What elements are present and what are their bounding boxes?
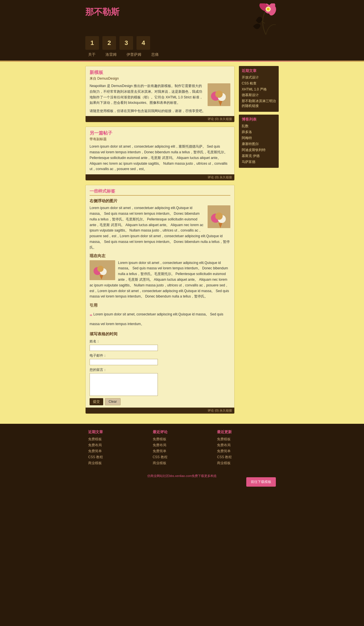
article-1-footer: 评论 (0) 永久链接 [86,116,234,122]
sidebar-blog-link-2[interactable]: 薛多洛 [242,130,276,135]
footer-col-2: 最近评论 免费模板 免费布局 免费简单 CSS 教程 商业模板 [150,429,214,467]
article-1: 新模板 来自 DemusDesign Neapolitan 是 DemusDes… [85,66,235,122]
nav-num-4[interactable]: 4 [136,36,150,50]
footer-col1-title: 近期文章 [88,429,147,435]
sidebar-blog-link-1[interactable]: 乱数 [242,124,276,129]
sidebar: 近期文章 开放式设计 CSS 检查 XHTML 1.0 严格 德慕斯设计 那不勒… [239,66,279,418]
float-right-image [208,205,230,228]
sidebar-link-open-design[interactable]: 开放式设计 [242,75,276,80]
quote-mark: “ [90,313,92,319]
svg-point-5 [267,8,270,11]
quote-section: 引用 “ Lorem ipsum dolor sit amet, consect… [90,303,230,329]
footer-col3-link-4[interactable]: CSS 教程 [217,455,276,460]
article-1-title: 新模板 [90,70,230,76]
form-section-title: 填写表格的时间 [90,332,230,337]
form-name-group: 姓名： [90,339,230,351]
sidebar-blogroll-title: 博客列表 [242,117,276,122]
form-comment-label: 您的留言： [90,367,230,372]
site-title: 那不勒斯 [85,3,119,21]
style-demo: 一些样式标签 右侧浮动的图片 [85,185,235,414]
article-2-footer: 评论 (0) 永久链接 [86,174,234,180]
nav-num-2[interactable]: 2 [102,36,116,50]
footer: 近期文章 免费模板 免费布局 免费简单 CSS 教程 商业模板 最近评论 免费模… [0,424,364,494]
quote-title: 引用 [90,303,230,308]
nav-num-3[interactable]: 3 [119,36,133,50]
form-clear-button[interactable]: Clear [105,398,121,405]
sidebar-link-xhtml[interactable]: XHTML 1.0 严格 [242,87,276,92]
article-2-title: 另一篇帖子 [90,130,230,136]
form-name-input[interactable] [90,345,158,351]
footer-col2-link-1[interactable]: 免费模板 [153,437,212,442]
footer-col1-link-1[interactable]: 免费模板 [88,437,147,442]
footer-col1-link-3[interactable]: 免费简单 [88,449,147,454]
nav-label-about[interactable]: 关于 [88,52,96,57]
nav-label-lorem[interactable]: 洛雷姆 [106,52,117,57]
sidebar-link-css[interactable]: CSS 检查 [242,81,276,86]
style-demo-footer: 评论 (0) 永久链接 [86,408,234,414]
sidebar-blog-link-3[interactable]: 阿梅特 [242,136,276,141]
footer-col3-link-1[interactable]: 免费模板 [217,437,276,442]
footer-col-1: 近期文章 免费模板 免费布局 免费简单 CSS 教程 商业模板 [85,429,150,467]
float-left-title: 现在向左 [90,253,230,259]
sidebar-link-naples[interactable]: 那不勒斯冰淇淋三明治的随机链接 [242,99,276,108]
form-submit-button[interactable]: 提交 [90,398,103,405]
svg-point-14 [215,212,223,220]
float-left-section: 现在向左 Lorem ips [90,253,230,300]
article-2-subtitle: 带有副标题 [90,137,230,142]
form-comment-group: 您的留言： [90,367,230,396]
article-1-image [208,83,230,106]
form-name-label: 姓名： [90,339,230,344]
quote-text: Lorem ipsum dolor sit amet, consectetuer… [90,312,223,326]
form-section: 填写表格的时间 姓名： 电子邮件： 您的留言： [90,332,230,405]
sidebar-blogroll: 博客列表 乱数 薛多洛 阿梅特 康塞特图尔 阿迪皮斯钦利特 基斯克 伊德 马萨富… [239,115,279,168]
article-2-body: Lorem ipsum dolor sit amet，consectetuer … [90,144,230,172]
sidebar-blog-link-6[interactable]: 基斯克 伊德 [242,154,276,158]
nav-num-1[interactable]: 1 [85,36,99,50]
form-email-group: 电子邮件： [90,353,230,365]
sidebar-blog-link-7[interactable]: 马萨富德 [242,160,276,164]
article-1-from: 来自 DemusDesign [90,76,230,81]
footer-col2-title: 最近评论 [153,429,212,435]
float-right-section: 右侧浮动的图片 Lorem [90,199,230,250]
sidebar-blog-link-4[interactable]: 康塞特图尔 [242,142,276,146]
footer-col3-link-5[interactable]: 商业模板 [217,461,276,466]
style-demo-title: 一些样式标签 [90,189,230,196]
svg-point-19 [97,266,104,272]
nav-label-ipsum[interactable]: 伊普萨姆 [127,52,141,57]
download-template-button[interactable]: 前往下载模板 [246,477,276,487]
form-email-input[interactable] [90,359,158,365]
float-left-image [90,260,115,280]
sidebar-recent-title: 近期文章 [242,68,276,73]
footer-col3-link-3[interactable]: 免费简单 [217,449,276,454]
form-email-label: 电子邮件： [90,353,230,358]
svg-point-9 [215,90,223,98]
footer-col1-link-5[interactable]: 商业模板 [88,461,147,466]
float-right-title: 右侧浮动的图片 [90,199,230,204]
form-comment-textarea[interactable] [90,373,158,396]
footer-bottom-text: 仿商业网站社区bbs.xenliao.com免费下载更多构造 [0,470,364,480]
sidebar-link-demus[interactable]: 德慕斯设计 [242,93,276,98]
flower-decoration [245,3,279,35]
nav-label-dolor[interactable]: 悲痛 [151,52,159,57]
footer-col1-link-4[interactable]: CSS 教程 [88,455,147,460]
footer-col2-link-5[interactable]: 商业模板 [153,461,212,466]
footer-col2-link-4[interactable]: CSS 教程 [153,455,212,460]
sidebar-recent: 近期文章 开放式设计 CSS 检查 XHTML 1.0 严格 德慕斯设计 那不勒… [239,66,279,112]
content-area: 新模板 来自 DemusDesign Neapolitan 是 DemusDes… [85,66,235,418]
footer-col1-link-2[interactable]: 免费布局 [88,443,147,448]
article-1-notice: 请随意使用模板，但请在页脚中包含返回我网站的链接，谢谢，尽情享受吧。 [90,108,230,114]
article-1-body: Neapolitan 是 DemusDesign 推出的一款有趣的新模板。制作它… [90,83,205,106]
sidebar-blog-link-5[interactable]: 阿迪皮斯钦利特 [242,148,276,152]
footer-col2-link-2[interactable]: 免费布局 [153,443,212,448]
footer-col3-title: 最近更新 [217,429,276,435]
footer-col2-link-3[interactable]: 免费简单 [153,449,212,454]
footer-col-3: 最近更新 免费模板 免费布局 免费简单 CSS 教程 商业模板 [214,429,279,467]
footer-col3-link-2[interactable]: 免费布局 [217,443,276,448]
article-2: 另一篇帖子 带有副标题 Lorem ipsum dolor sit amet，c… [85,127,235,181]
